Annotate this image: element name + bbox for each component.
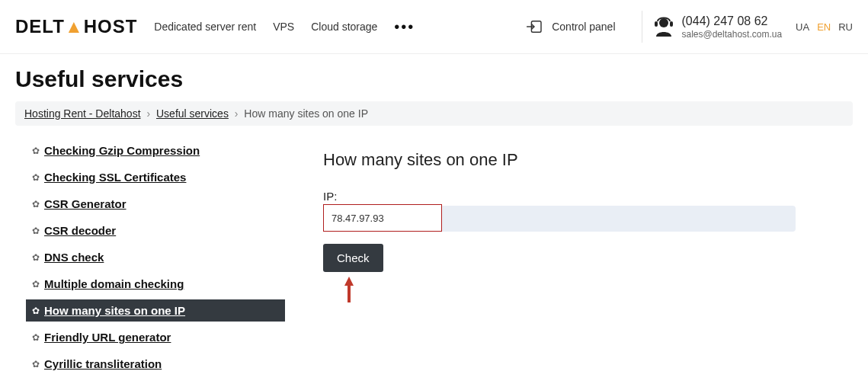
nav-item-vps[interactable]: VPS [273, 21, 294, 33]
gear-icon: ✿ [32, 332, 40, 343]
sidebar-item-csr-gen[interactable]: ✿ CSR Generator [26, 193, 300, 215]
control-panel-label: Control panel [552, 21, 615, 33]
sidebar-item-label: Checking Gzip Compression [44, 144, 200, 157]
sidebar-item-cyrillic-trans[interactable]: ✿ Cyrillic transliteration [26, 353, 300, 375]
breadcrumb-section[interactable]: Useful services [156, 107, 229, 120]
sidebar-item-label: Checking SSL Certificates [44, 171, 186, 184]
svg-point-1 [659, 18, 668, 27]
logo-triangle-icon: ▲ [65, 16, 84, 37]
ip-label: IP: [323, 190, 796, 203]
tool-panel: How many sites on one IP IP: Check [323, 139, 796, 306]
content-area: ✿ Checking Gzip Compression ✿ Checking S… [15, 139, 853, 384]
sidebar-item-label: DNS check [44, 251, 104, 264]
ip-input[interactable] [323, 204, 442, 232]
sidebar-item-label: How many sites on one IP [44, 304, 185, 317]
breadcrumb-sep: › [235, 107, 239, 120]
sidebar: ✿ Checking Gzip Compression ✿ Checking S… [26, 139, 300, 384]
sidebar-item-label: CSR decoder [44, 224, 116, 237]
sidebar-item-label: Cyrillic transliteration [44, 357, 162, 370]
nav-item-cloud[interactable]: Cloud storage [311, 21, 377, 33]
breadcrumb-sep: › [146, 107, 150, 120]
header: DELT▲HOST Dedicated server rent VPS Clou… [0, 0, 868, 54]
lang-ru[interactable]: RU [838, 21, 853, 33]
support-icon [653, 15, 674, 38]
breadcrumb-current: How many sites on one IP [244, 107, 368, 120]
login-icon [526, 20, 543, 34]
svg-rect-2 [655, 21, 658, 27]
svg-rect-3 [670, 21, 673, 27]
email-address[interactable]: sales@deltahost.com.ua [682, 29, 783, 40]
sidebar-item-gzip[interactable]: ✿ Checking Gzip Compression [26, 139, 300, 162]
gear-icon: ✿ [32, 199, 40, 210]
sidebar-item-ssl[interactable]: ✿ Checking SSL Certificates [26, 166, 300, 188]
lang-ua[interactable]: UA [796, 21, 809, 33]
logo[interactable]: DELT▲HOST [15, 16, 137, 37]
sidebar-item-punycode[interactable]: ✿ Cyrillic domains to punycode converter [26, 379, 300, 384]
page-body: Useful services Hosting Rent - Deltahost… [0, 54, 868, 384]
main-nav: Dedicated server rent VPS Cloud storage … [154, 18, 415, 36]
sidebar-item-sites-on-ip[interactable]: ✿ How many sites on one IP [26, 299, 285, 322]
nav-item-dedicated[interactable]: Dedicated server rent [154, 21, 256, 33]
breadcrumb: Hosting Rent - Deltahost › Useful servic… [15, 101, 853, 126]
gear-icon: ✿ [32, 252, 40, 263]
page-title: Useful services [15, 66, 853, 92]
check-button[interactable]: Check [323, 244, 383, 272]
sidebar-item-label: Friendly URL generator [44, 331, 171, 344]
breadcrumb-home[interactable]: Hosting Rent - Deltahost [24, 107, 141, 120]
gear-icon: ✿ [32, 226, 40, 236]
gear-icon: ✿ [32, 359, 40, 370]
gear-icon: ✿ [32, 279, 40, 290]
header-divider [642, 11, 642, 43]
sidebar-item-csr-dec[interactable]: ✿ CSR decoder [26, 219, 300, 242]
logo-text-left: DELT [15, 16, 65, 37]
sidebar-item-dns[interactable]: ✿ DNS check [26, 246, 300, 268]
gear-icon: ✿ [32, 146, 40, 156]
control-panel-link[interactable]: Control panel [526, 20, 615, 34]
tool-title: How many sites on one IP [323, 150, 796, 170]
more-menu-icon[interactable]: ••• [394, 18, 415, 36]
sidebar-item-multi-domain[interactable]: ✿ Multiple domain checking [26, 273, 300, 295]
phone-number[interactable]: (044) 247 08 62 [682, 14, 783, 29]
gear-icon: ✿ [32, 172, 40, 183]
arrow-up-icon [343, 275, 355, 306]
ip-input-row [323, 206, 796, 232]
gear-icon: ✿ [32, 306, 40, 316]
contact-block: (044) 247 08 62 sales@deltahost.com.ua [653, 14, 783, 40]
sidebar-item-friendly-url[interactable]: ✿ Friendly URL generator [26, 326, 300, 348]
sidebar-item-label: CSR Generator [44, 197, 127, 210]
language-switcher: UA EN RU [796, 21, 853, 33]
logo-text-right: HOST [84, 16, 138, 37]
lang-en[interactable]: EN [817, 21, 831, 33]
sidebar-item-label: Multiple domain checking [44, 277, 184, 290]
